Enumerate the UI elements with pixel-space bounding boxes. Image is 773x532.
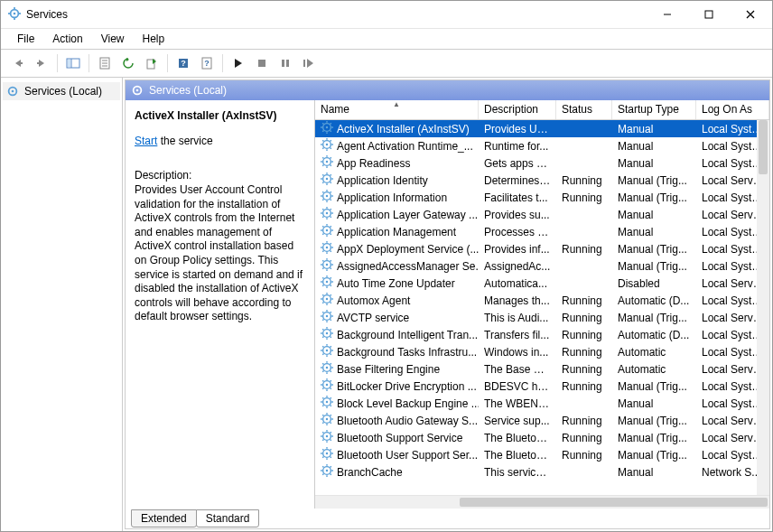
- service-name-text: Base Filtering Engine: [337, 363, 440, 376]
- service-row[interactable]: BranchCacheThis service ...ManualNetwork…: [315, 463, 769, 481]
- service-rows: ActiveX Installer (AxInstSV)Provides Us.…: [315, 120, 769, 495]
- service-row[interactable]: Block Level Backup Engine ...The WBENG..…: [315, 395, 769, 412]
- properties-button[interactable]: [93, 52, 116, 74]
- cell-name: Block Level Backup Engine ...: [315, 396, 479, 411]
- svg-line-79: [331, 200, 331, 201]
- service-row[interactable]: ActiveX Installer (AxInstSV)Provides Us.…: [315, 120, 769, 137]
- cell-description: The WBENG...: [479, 397, 556, 410]
- cell-name: Application Layer Gateway ...: [315, 207, 479, 222]
- svg-line-110: [331, 243, 331, 244]
- export-button[interactable]: [140, 52, 163, 74]
- service-name-text: AppX Deployment Service (...: [337, 243, 479, 256]
- service-row[interactable]: Background Tasks Infrastru...Windows in.…: [315, 343, 769, 360]
- service-row[interactable]: Auto Time Zone UpdaterAutomatica...Disab…: [315, 275, 769, 292]
- service-row[interactable]: Background Intelligent Tran...Transfers …: [315, 326, 769, 343]
- restart-service-button[interactable]: [297, 52, 321, 74]
- cell-description: The Base Fil...: [479, 363, 556, 376]
- start-link[interactable]: Start: [135, 135, 157, 147]
- back-button[interactable]: [6, 52, 30, 74]
- menu-help[interactable]: Help: [134, 31, 174, 47]
- cell-description: The Bluetoo...: [479, 432, 556, 444]
- refresh-button[interactable]: [116, 52, 140, 74]
- svg-line-128: [322, 277, 323, 278]
- service-row[interactable]: Agent Activation Runtime_...Runtime for.…: [315, 137, 769, 154]
- cell-startup: Automatic: [612, 346, 696, 359]
- cell-description: Manages th...: [479, 294, 556, 307]
- service-row[interactable]: Bluetooth Audio Gateway S...Service sup.…: [315, 412, 769, 429]
- svg-point-163: [326, 350, 328, 351]
- tab-standard[interactable]: Standard: [196, 509, 260, 527]
- svg-rect-10: [20, 62, 23, 64]
- svg-line-188: [322, 380, 323, 381]
- services-window: Services File Action View Help ? ?: [0, 0, 773, 532]
- svg-line-221: [322, 440, 323, 441]
- col-header-name[interactable]: ▲ Name: [315, 100, 479, 119]
- menu-action[interactable]: Action: [43, 31, 91, 47]
- minimize-button[interactable]: [655, 5, 680, 23]
- service-name-text: App Readiness: [337, 157, 410, 170]
- cell-description: This is Audi...: [479, 312, 556, 324]
- vertical-scrollbar-thumb[interactable]: [759, 120, 768, 174]
- vertical-scrollbar[interactable]: [757, 120, 769, 496]
- maximize-button[interactable]: [696, 5, 722, 23]
- cell-startup: Manual: [612, 397, 696, 410]
- cell-description: Provides su...: [479, 209, 556, 221]
- svg-line-240: [331, 466, 331, 467]
- tab-strip: Extended Standard: [126, 509, 769, 528]
- service-row[interactable]: Bluetooth Support ServiceThe Bluetoo...R…: [315, 429, 769, 446]
- menu-file[interactable]: File: [8, 31, 43, 47]
- svg-line-189: [331, 388, 331, 389]
- service-row[interactable]: Application ManagementProcesses in...Man…: [315, 223, 769, 240]
- services-app-icon: [8, 7, 21, 23]
- cell-name: Bluetooth Audio Gateway S...: [315, 413, 479, 428]
- svg-line-231: [322, 457, 323, 458]
- cell-description: Windows in...: [479, 346, 556, 359]
- forward-button[interactable]: [30, 52, 53, 74]
- tab-extended[interactable]: Extended: [131, 509, 197, 527]
- svg-line-131: [322, 285, 323, 286]
- cell-startup: Manual (Trig...: [612, 243, 696, 256]
- service-row[interactable]: Application Layer Gateway ...Provides su…: [315, 206, 769, 223]
- service-row[interactable]: AssignedAccessManager Se...AssignedAc...…: [315, 257, 769, 275]
- svg-point-103: [326, 247, 328, 248]
- stop-service-button[interactable]: [250, 52, 274, 74]
- tree-item-services-local[interactable]: Services (Local): [3, 82, 120, 100]
- service-row[interactable]: Automox AgentManages th...RunningAutomat…: [315, 292, 769, 309]
- svg-line-61: [322, 165, 323, 166]
- service-row[interactable]: AVCTP serviceThis is Audi...RunningManua…: [315, 309, 769, 326]
- cell-name: Background Intelligent Tran...: [315, 327, 479, 342]
- col-header-startup[interactable]: Startup Type: [612, 100, 696, 119]
- service-row[interactable]: Base Filtering EngineThe Base Fil...Runn…: [315, 360, 769, 378]
- svg-line-49: [331, 148, 331, 149]
- close-button[interactable]: [738, 5, 763, 23]
- service-row[interactable]: App ReadinessGets apps re...ManualLocal …: [315, 154, 769, 172]
- horizontal-scrollbar-thumb[interactable]: [460, 498, 768, 507]
- service-icon: [321, 327, 333, 342]
- service-row[interactable]: BitLocker Drive Encryption ...BDESVC hos…: [315, 378, 769, 395]
- cell-startup: Automatic (D...: [612, 329, 696, 341]
- menu-view[interactable]: View: [92, 31, 134, 47]
- help2-button[interactable]: ?: [195, 52, 219, 74]
- start-service-button[interactable]: [227, 52, 250, 74]
- service-row[interactable]: Application InformationFacilitates t...R…: [315, 189, 769, 206]
- svg-rect-11: [37, 62, 40, 64]
- svg-line-161: [322, 337, 323, 338]
- cell-status: Running: [556, 191, 612, 204]
- service-row[interactable]: AppX Deployment Service (...Provides inf…: [315, 240, 769, 257]
- pause-service-button[interactable]: [274, 52, 297, 74]
- selected-service-title: ActiveX Installer (AxInstSV): [135, 109, 305, 122]
- svg-line-150: [331, 312, 331, 313]
- service-row[interactable]: Bluetooth User Support Ser...The Bluetoo…: [315, 446, 769, 463]
- horizontal-scrollbar[interactable]: [315, 495, 769, 509]
- service-row[interactable]: Application IdentityDetermines ...Runnin…: [315, 172, 769, 189]
- col-header-description[interactable]: Description: [479, 100, 556, 119]
- col-header-logon[interactable]: Log On As: [696, 100, 769, 119]
- toolbar-separator: [57, 54, 58, 72]
- service-list-pane: ▲ Name Description Status Startup Type L…: [315, 100, 769, 509]
- service-name-text: Agent Activation Runtime_...: [337, 140, 473, 153]
- svg-line-238: [322, 466, 323, 467]
- help-button[interactable]: ?: [172, 52, 195, 74]
- show-hide-tree-button[interactable]: [61, 52, 85, 74]
- col-header-status[interactable]: Status: [556, 100, 612, 119]
- service-icon: [321, 138, 333, 154]
